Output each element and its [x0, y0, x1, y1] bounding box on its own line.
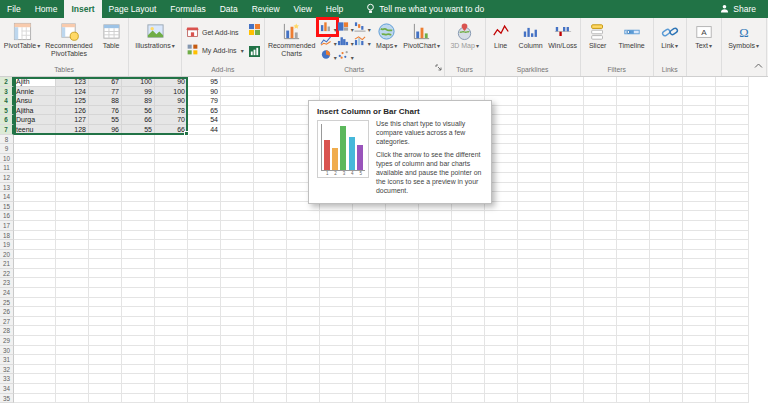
- cell[interactable]: [56, 269, 89, 279]
- cell[interactable]: [452, 269, 485, 279]
- cell[interactable]: 77: [89, 87, 122, 97]
- cell[interactable]: 66: [122, 115, 155, 125]
- row-header[interactable]: 22: [0, 269, 14, 279]
- cell[interactable]: [485, 365, 518, 375]
- cell[interactable]: [452, 240, 485, 250]
- cell[interactable]: [485, 87, 518, 97]
- cell[interactable]: [551, 298, 584, 308]
- cell[interactable]: [617, 211, 650, 221]
- cell[interactable]: [485, 77, 518, 87]
- cell[interactable]: [716, 211, 749, 221]
- cell[interactable]: [716, 231, 749, 241]
- cell[interactable]: [650, 326, 683, 336]
- cell[interactable]: [353, 374, 386, 384]
- cell[interactable]: [683, 394, 716, 404]
- cell[interactable]: [221, 211, 254, 221]
- cell[interactable]: [584, 115, 617, 125]
- cell[interactable]: 100: [122, 77, 155, 87]
- cell[interactable]: [56, 221, 89, 231]
- cell[interactable]: [14, 336, 56, 346]
- cell[interactable]: [155, 259, 188, 269]
- cell[interactable]: [287, 221, 320, 231]
- cell[interactable]: [518, 250, 551, 260]
- cell[interactable]: [452, 307, 485, 317]
- cell[interactable]: [419, 259, 452, 269]
- cell[interactable]: [56, 346, 89, 356]
- tab-home[interactable]: Home: [28, 0, 65, 18]
- cell[interactable]: [518, 269, 551, 279]
- row-header[interactable]: 9: [0, 144, 14, 154]
- cell[interactable]: [188, 288, 221, 298]
- cell[interactable]: [617, 278, 650, 288]
- cell[interactable]: [452, 326, 485, 336]
- cell[interactable]: 125: [56, 96, 89, 106]
- slicer-button[interactable]: Slicer: [583, 18, 613, 64]
- cell[interactable]: [122, 211, 155, 221]
- tell-me-box[interactable]: Tell me what you want to do: [366, 0, 484, 18]
- cell[interactable]: [221, 259, 254, 269]
- cell[interactable]: [485, 211, 518, 221]
- cell[interactable]: [221, 183, 254, 193]
- cell[interactable]: [518, 77, 551, 87]
- cell[interactable]: [551, 125, 584, 135]
- cell[interactable]: [650, 135, 683, 145]
- cell[interactable]: [419, 365, 452, 375]
- cell[interactable]: [386, 394, 419, 404]
- cell[interactable]: [518, 192, 551, 202]
- cell[interactable]: [14, 163, 56, 173]
- cell[interactable]: [254, 77, 287, 87]
- cell[interactable]: [155, 144, 188, 154]
- cell[interactable]: [650, 365, 683, 375]
- cell[interactable]: [155, 298, 188, 308]
- cell[interactable]: [716, 87, 749, 97]
- cell[interactable]: 67: [89, 77, 122, 87]
- cell[interactable]: [584, 317, 617, 327]
- cell[interactable]: [617, 317, 650, 327]
- cell[interactable]: [56, 326, 89, 336]
- cell[interactable]: [89, 163, 122, 173]
- cell[interactable]: [353, 278, 386, 288]
- cell[interactable]: [617, 336, 650, 346]
- cell[interactable]: [320, 240, 353, 250]
- cell[interactable]: [89, 240, 122, 250]
- cell[interactable]: [221, 106, 254, 116]
- cell[interactable]: [155, 355, 188, 365]
- cell[interactable]: [353, 336, 386, 346]
- cell[interactable]: [452, 77, 485, 87]
- cell[interactable]: [551, 183, 584, 193]
- cell[interactable]: [584, 125, 617, 135]
- cell[interactable]: [386, 384, 419, 394]
- cell[interactable]: [353, 77, 386, 87]
- cell[interactable]: [254, 144, 287, 154]
- tab-review[interactable]: Review: [245, 0, 287, 18]
- cell[interactable]: [56, 240, 89, 250]
- cell[interactable]: [188, 278, 221, 288]
- cell[interactable]: [617, 135, 650, 145]
- cell[interactable]: 76: [89, 106, 122, 116]
- recommended-pivottables-button[interactable]: Recommended PivotTables: [42, 18, 96, 64]
- row-header[interactable]: 29: [0, 336, 14, 346]
- cell[interactable]: [452, 317, 485, 327]
- cell[interactable]: [287, 317, 320, 327]
- cell[interactable]: [320, 77, 353, 87]
- insert-combo-chart-button[interactable]: [353, 34, 370, 48]
- row-header[interactable]: 8: [0, 135, 14, 145]
- cell[interactable]: [89, 144, 122, 154]
- cell[interactable]: [518, 211, 551, 221]
- cell[interactable]: [221, 77, 254, 87]
- cell[interactable]: [89, 173, 122, 183]
- cell[interactable]: [716, 77, 749, 87]
- row-header[interactable]: 35: [0, 394, 14, 404]
- cell[interactable]: [188, 317, 221, 327]
- row-header[interactable]: 23: [0, 278, 14, 288]
- row-header[interactable]: 33: [0, 374, 14, 384]
- cell[interactable]: [584, 173, 617, 183]
- cell[interactable]: [56, 183, 89, 193]
- cell[interactable]: [419, 221, 452, 231]
- cell[interactable]: [155, 326, 188, 336]
- row-header[interactable]: 27: [0, 317, 14, 327]
- cell[interactable]: [287, 326, 320, 336]
- cell[interactable]: [254, 269, 287, 279]
- cell[interactable]: 88: [89, 96, 122, 106]
- cell[interactable]: [551, 221, 584, 231]
